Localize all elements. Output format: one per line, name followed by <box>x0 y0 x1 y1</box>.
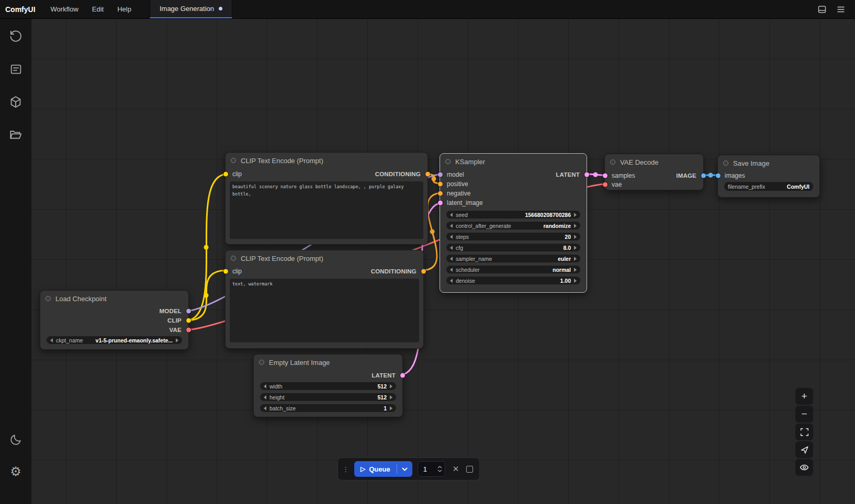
increment-arrow-icon[interactable] <box>574 279 577 283</box>
node-ksampler[interactable]: KSampler model LATENT positive negative … <box>440 153 587 293</box>
widget-denoise[interactable]: denoise 1.00 <box>446 277 580 284</box>
widget-batch-size[interactable]: batch_size 1 <box>260 404 396 412</box>
input-port-positive[interactable] <box>438 182 443 187</box>
output-port-latent[interactable] <box>400 373 405 378</box>
widget-scheduler[interactable]: scheduler normal <box>446 266 580 273</box>
input-port-negative[interactable] <box>438 191 443 196</box>
increment-arrow-icon[interactable] <box>390 384 392 388</box>
batch-count-input[interactable]: 1 <box>418 461 445 477</box>
hamburger-menu-icon[interactable] <box>833 2 849 17</box>
widget-ckpt-name[interactable]: ckpt_name v1-5-pruned-emaonly.safete... <box>47 336 182 344</box>
input-port-vae[interactable] <box>603 182 608 187</box>
decrement-arrow-icon[interactable] <box>450 279 453 283</box>
toggle-visibility-eye-button[interactable] <box>795 459 813 476</box>
zoom-in-button[interactable]: + <box>795 388 813 405</box>
collapse-dot-icon[interactable] <box>610 159 615 165</box>
drag-handle-icon[interactable]: ⋮ <box>342 465 349 473</box>
batch-count-steppers[interactable] <box>437 466 442 472</box>
next-arrow-icon[interactable] <box>176 338 178 342</box>
menu-help[interactable]: Help <box>110 0 138 18</box>
widget-sampler-name[interactable]: sampler_name euler <box>446 255 580 262</box>
pan-navigate-button[interactable] <box>795 441 813 458</box>
increment-arrow-icon[interactable] <box>574 235 577 239</box>
node-header[interactable]: KSampler <box>440 154 587 166</box>
increment-arrow-icon[interactable] <box>574 224 577 228</box>
decrement-arrow-icon[interactable] <box>450 246 453 250</box>
output-port-conditioning[interactable] <box>425 172 430 177</box>
clear-queue-close-icon[interactable]: ✕ <box>451 464 462 474</box>
input-port-clip[interactable] <box>223 172 228 177</box>
theme-moon-icon[interactable] <box>8 432 23 446</box>
node-clip-text-encode-positive[interactable]: CLIP Text Encode (Prompt) clip CONDITION… <box>225 152 428 245</box>
decrement-arrow-icon[interactable] <box>450 224 453 228</box>
menu-edit[interactable]: Edit <box>85 0 110 18</box>
increment-arrow-icon[interactable] <box>574 246 577 250</box>
decrement-arrow-icon[interactable] <box>450 257 453 261</box>
collapse-dot-icon[interactable] <box>259 360 264 365</box>
collapse-dot-icon[interactable] <box>46 296 51 301</box>
increment-arrow-icon[interactable] <box>574 213 577 217</box>
output-port-vae[interactable] <box>186 328 191 333</box>
widget-filename-prefix[interactable]: filename_prefix ComfyUI <box>724 182 813 191</box>
node-vae-decode[interactable]: VAE Decode samples IMAGE vae <box>604 154 704 190</box>
prompt-textarea[interactable]: text, watermark <box>230 279 419 342</box>
queue-button[interactable]: ▷ Queue <box>354 465 397 473</box>
workflow-browser-folder-icon[interactable] <box>8 128 23 142</box>
fit-view-button[interactable] <box>795 423 813 440</box>
node-canvas[interactable]: Load Checkpoint MODEL CLIP VAE ckpt_name… <box>31 19 855 504</box>
menu-workflow[interactable]: Workflow <box>44 0 85 18</box>
collapse-dot-icon[interactable] <box>231 158 236 163</box>
node-header[interactable]: CLIP Text Encode (Prompt) <box>226 153 428 165</box>
widget-steps[interactable]: steps 20 <box>446 233 580 240</box>
tab-label: Image Generation <box>160 5 214 13</box>
node-clip-text-encode-negative[interactable]: CLIP Text Encode (Prompt) clip CONDITION… <box>225 250 424 349</box>
bottom-panel-toggle-icon[interactable] <box>814 2 830 17</box>
input-port-clip[interactable] <box>223 269 228 274</box>
input-port-model[interactable] <box>438 173 443 177</box>
workflows-history-icon[interactable] <box>8 29 23 43</box>
input-port-samples[interactable] <box>603 173 608 178</box>
model-library-cube-icon[interactable] <box>8 95 23 109</box>
input-port-images[interactable] <box>716 174 721 178</box>
prev-arrow-icon[interactable] <box>50 338 53 342</box>
output-port-conditioning[interactable] <box>421 269 426 274</box>
input-port-latent-image[interactable] <box>438 201 443 205</box>
widget-cfg[interactable]: cfg 8.0 <box>446 244 580 251</box>
node-save-image[interactable]: Save Image images filename_prefix ComfyU… <box>717 155 820 198</box>
decrement-arrow-icon[interactable] <box>450 235 453 239</box>
output-port-model[interactable] <box>186 309 191 314</box>
decrement-arrow-icon[interactable] <box>264 406 266 410</box>
widget-seed[interactable]: seed 156680208700286 <box>446 211 580 219</box>
node-empty-latent-image[interactable]: Empty Latent Image LATENT width 512 heig… <box>253 354 403 417</box>
next-arrow-icon[interactable] <box>574 268 577 272</box>
zoom-out-button[interactable]: − <box>795 406 813 422</box>
prompt-textarea[interactable]: beautiful scenery nature glass bottle la… <box>230 181 423 239</box>
decrement-arrow-icon[interactable] <box>450 213 453 217</box>
node-header[interactable]: VAE Decode <box>605 154 703 167</box>
widget-width[interactable]: width 512 <box>260 382 396 390</box>
output-port-latent[interactable] <box>584 173 589 177</box>
settings-gear-icon[interactable]: ⚙ <box>8 464 23 479</box>
decrement-arrow-icon[interactable] <box>264 395 266 399</box>
increment-arrow-icon[interactable] <box>390 395 392 399</box>
node-header[interactable]: CLIP Text Encode (Prompt) <box>226 250 423 263</box>
collapse-dot-icon[interactable] <box>723 161 728 166</box>
node-load-checkpoint[interactable]: Load Checkpoint MODEL CLIP VAE ckpt_name… <box>40 290 189 350</box>
widget-control-after-generate[interactable]: control_after_generate randomize <box>446 222 580 230</box>
collapse-dot-icon[interactable] <box>231 256 236 261</box>
tab-image-generation[interactable]: Image Generation <box>150 0 232 18</box>
node-header[interactable]: Save Image <box>718 155 819 168</box>
decrement-arrow-icon[interactable] <box>450 268 453 272</box>
node-header[interactable]: Load Checkpoint <box>40 291 188 303</box>
collapse-dot-icon[interactable] <box>445 159 451 164</box>
stop-square-icon[interactable] <box>466 466 473 473</box>
increment-arrow-icon[interactable] <box>390 406 392 410</box>
queue-options-chevron-icon[interactable] <box>397 467 412 471</box>
output-port-clip[interactable] <box>186 318 191 323</box>
next-arrow-icon[interactable] <box>574 257 577 261</box>
widget-height[interactable]: height 512 <box>260 393 396 401</box>
node-header[interactable]: Empty Latent Image <box>254 354 402 367</box>
output-port-image[interactable] <box>701 173 706 178</box>
queue-list-icon[interactable] <box>8 62 23 76</box>
decrement-arrow-icon[interactable] <box>264 384 266 388</box>
